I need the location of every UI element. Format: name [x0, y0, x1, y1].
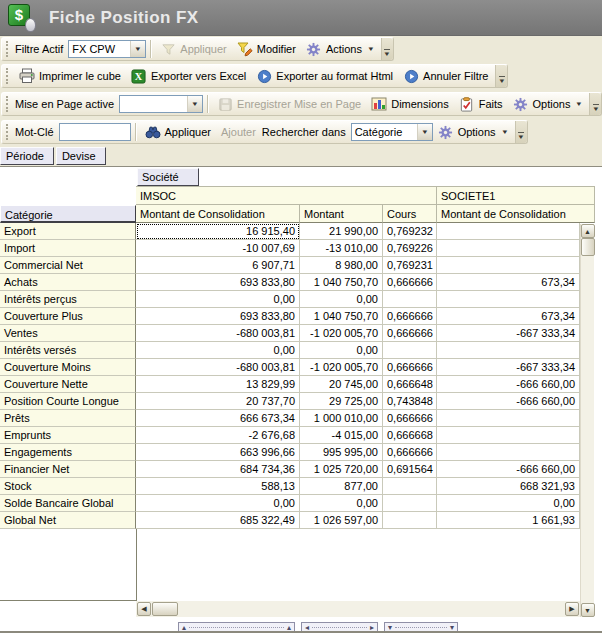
pivot-cell[interactable]: [437, 257, 580, 274]
pivot-cell[interactable]: 0,00: [300, 495, 383, 512]
toolbar-overflow-button[interactable]: ▼: [589, 93, 601, 115]
column-header-montant-consolidation[interactable]: Montant de Consolidation: [136, 205, 300, 223]
pivot-cell[interactable]: 1 040 750,70: [300, 308, 383, 325]
pivot-cell[interactable]: 0,666666: [383, 444, 437, 461]
pivot-cell[interactable]: -2 676,68: [136, 427, 300, 444]
pivot-cell[interactable]: 1 040 750,70: [300, 274, 383, 291]
pivot-cell[interactable]: 0,666666: [383, 410, 437, 427]
pivot-row-category[interactable]: Stock: [0, 478, 136, 495]
pivot-cell[interactable]: 29 725,00: [300, 393, 383, 410]
pivot-cell[interactable]: [437, 223, 580, 240]
vertical-scrollbar[interactable]: ▲ ▼: [580, 224, 594, 617]
pivot-cell[interactable]: 21 990,00: [300, 223, 383, 240]
group-header-societe1[interactable]: SOCIETE1: [437, 186, 595, 205]
field-button-societe[interactable]: Société: [137, 168, 199, 186]
pivot-cell[interactable]: 0,00: [136, 342, 300, 359]
combo-dropdown-icon[interactable]: ▼: [130, 41, 145, 57]
pivot-cell[interactable]: 0,666666: [383, 308, 437, 325]
pivot-cell[interactable]: 20 745,00: [300, 376, 383, 393]
keyword-input[interactable]: [59, 123, 131, 141]
pivot-cell[interactable]: [383, 495, 437, 512]
pivot-cell[interactable]: 0,666668: [383, 427, 437, 444]
pivot-cell[interactable]: 673,34: [437, 274, 580, 291]
pivot-cell[interactable]: 16 915,40: [136, 223, 300, 240]
pivot-cell[interactable]: 877,00: [300, 478, 383, 495]
pivot-cell[interactable]: -667 333,34: [437, 359, 580, 376]
pivot-row-category[interactable]: Prêts: [0, 410, 136, 427]
pivot-cell[interactable]: -1 020 005,70: [300, 359, 383, 376]
pivot-cell[interactable]: [437, 444, 580, 461]
pivot-cell[interactable]: -680 003,81: [136, 325, 300, 342]
field-button-periode[interactable]: Période: [0, 147, 54, 165]
pivot-cell[interactable]: 1 000 010,00: [300, 410, 383, 427]
column-header-montant[interactable]: Montant: [300, 205, 383, 223]
horizontal-scrollbar[interactable]: ◀ ▶: [136, 601, 580, 617]
toolbar-grip[interactable]: [6, 96, 9, 112]
enregistrer-mise-en-page-button[interactable]: Enregistrer Mise en Page: [212, 95, 366, 113]
pivot-cell[interactable]: -680 003,81: [136, 359, 300, 376]
pivot-row-category[interactable]: Ventes: [0, 325, 136, 342]
combo-dropdown-icon[interactable]: ▼: [417, 124, 432, 140]
pivot-cell[interactable]: 0,00: [300, 342, 383, 359]
pivot-cell[interactable]: 588,13: [136, 478, 300, 495]
column-header-cours[interactable]: Cours: [383, 205, 437, 223]
options-menu-button[interactable]: Options ▼: [433, 123, 513, 141]
pivot-cell[interactable]: [437, 342, 580, 359]
toolbar-grip[interactable]: [6, 41, 9, 57]
pivot-cell[interactable]: 684 734,36: [136, 461, 300, 478]
pivot-cell[interactable]: 0,769231: [383, 257, 437, 274]
pivot-cell[interactable]: [437, 427, 580, 444]
pivot-cell[interactable]: -666 660,00: [437, 461, 580, 478]
modifier-filter-button[interactable]: Modifier: [232, 40, 301, 58]
pivot-cell[interactable]: 668 321,93: [437, 478, 580, 495]
scroll-up-button[interactable]: ▲: [581, 224, 595, 238]
horizontal-scroll-thumb[interactable]: [152, 602, 178, 616]
pivot-row-category[interactable]: Achats: [0, 274, 136, 291]
pivot-cell[interactable]: 663 996,66: [136, 444, 300, 461]
pivot-cell[interactable]: 1 025 720,00: [300, 461, 383, 478]
toolbar-grip[interactable]: [6, 124, 9, 140]
pivot-row-category[interactable]: Intérêts perçus: [0, 291, 136, 308]
pivot-row-category[interactable]: Emprunts: [0, 427, 136, 444]
pivot-cell[interactable]: 20 737,70: [136, 393, 300, 410]
pivot-cell[interactable]: [437, 291, 580, 308]
pivot-cell[interactable]: 673,34: [437, 308, 580, 325]
pivot-cell[interactable]: 693 833,80: [136, 274, 300, 291]
pivot-row-category[interactable]: Global Net: [0, 512, 136, 529]
vertical-scroll-thumb[interactable]: [581, 238, 595, 256]
pivot-row-category[interactable]: Import: [0, 240, 136, 257]
pivot-row-category[interactable]: Solde Bancaire Global: [0, 495, 136, 512]
pivot-cell[interactable]: [383, 342, 437, 359]
pivot-cell[interactable]: [383, 512, 437, 529]
combo-dropdown-icon[interactable]: ▼: [187, 96, 202, 112]
pivot-cell[interactable]: -666 660,00: [437, 376, 580, 393]
layout-combobox[interactable]: ▼: [119, 95, 203, 113]
pivot-cell[interactable]: 0,769226: [383, 240, 437, 257]
pivot-cell[interactable]: 0,743848: [383, 393, 437, 410]
toolbar-overflow-button[interactable]: ▼: [495, 65, 507, 87]
filter-combobox[interactable]: FX CPW ▼: [68, 40, 146, 58]
options-menu-button[interactable]: Options ▼: [508, 95, 588, 113]
pivot-cell[interactable]: -13 010,00: [300, 240, 383, 257]
pivot-cell[interactable]: [383, 291, 437, 308]
pivot-cell[interactable]: 693 833,80: [136, 308, 300, 325]
pivot-cell[interactable]: 13 829,99: [136, 376, 300, 393]
pivot-cell[interactable]: 0,691564: [383, 461, 437, 478]
pivot-row-category[interactable]: Position Courte Longue: [0, 393, 136, 410]
ajouter-button[interactable]: Ajouter: [216, 125, 261, 139]
pivot-cell[interactable]: 0,666666: [383, 359, 437, 376]
toolbar-grip[interactable]: [6, 68, 9, 84]
pivot-cell[interactable]: -10 007,69: [136, 240, 300, 257]
pivot-cell[interactable]: 0,666666: [383, 325, 437, 342]
scroll-down-button[interactable]: ▼: [581, 603, 595, 617]
pivot-cell[interactable]: 995 995,00: [300, 444, 383, 461]
pivot-cell[interactable]: 6 907,71: [136, 257, 300, 274]
annuler-filtre-button[interactable]: Annuler Filtre: [398, 67, 493, 85]
pivot-cell[interactable]: -4 015,00: [300, 427, 383, 444]
pivot-cell[interactable]: 685 322,49: [136, 512, 300, 529]
pivot-cell[interactable]: 0,00: [136, 291, 300, 308]
pivot-cell[interactable]: [437, 240, 580, 257]
export-html-button[interactable]: Exporter au format Html: [251, 67, 398, 85]
pivot-cell[interactable]: [437, 410, 580, 427]
pivot-cell[interactable]: 0,666648: [383, 376, 437, 393]
